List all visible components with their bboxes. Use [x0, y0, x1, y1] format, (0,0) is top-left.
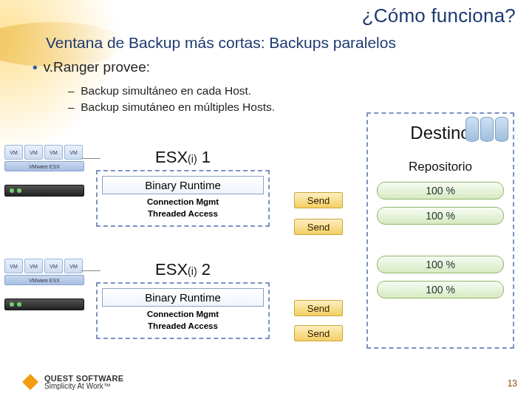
progress-bar-2: 100 % [377, 207, 504, 225]
subbullet-1: – Backup simultáneo en cada Host. [68, 83, 275, 99]
cylinder-icon [480, 117, 494, 142]
binary-runtime-box: Binary Runtime [102, 176, 264, 194]
vm-icon: VM [64, 259, 83, 273]
esx-label-sub: (i) [188, 153, 197, 165]
esx-bar-label: VMware ESX [4, 275, 84, 285]
connection-mgmt-label: Connection Mgmt [102, 310, 264, 318]
progress-bar-1: 100 % [377, 182, 504, 200]
binary-runtime-box: Binary Runtime [102, 288, 264, 307]
esx-label-text: ESX [155, 260, 188, 279]
esx-label-text: ESX [155, 148, 188, 166]
server-icon [4, 299, 84, 310]
subbullet-2-text: Backup simutáneo en múltiples Hosts. [81, 100, 275, 113]
esx-block-1: ESX(i) 1 Binary Runtime Connection Mgmt … [96, 148, 270, 227]
vm-icon: VM [64, 145, 83, 160]
esx-box: Binary Runtime Connection Mgmt Threaded … [96, 170, 270, 227]
subbullet-list: – Backup simultáneo en cada Host. – Back… [68, 83, 275, 116]
esx-box: Binary Runtime Connection Mgmt Threaded … [96, 282, 270, 339]
footer-branding: QUEST SOFTWARE Simplicity At Work™ [22, 374, 123, 390]
quest-logo-icon [22, 374, 38, 390]
page-title: ¿Cómo funciona? [362, 4, 516, 27]
destino-panel: Destino Repositorio 100 % 100 % 100 % 10… [366, 112, 514, 349]
page-number: 13 [508, 378, 517, 389]
send-badge-2: Send [294, 219, 343, 235]
bullet-dot-icon: • [33, 59, 44, 75]
connector-line [81, 158, 100, 159]
vm-row: VM VM VM VM [4, 145, 84, 160]
bullet-provee-text: v.Ranger provee: [44, 59, 150, 75]
esx-bar-label: VMware ESX [4, 161, 84, 171]
esx-block-2: ESX(i) 2 Binary Runtime Connection Mgmt … [96, 260, 270, 339]
storage-cylinders [466, 117, 508, 142]
vm-row: VM VM VM VM [4, 259, 84, 273]
subbullet-1-text: Backup simultáneo en cada Host. [81, 84, 251, 97]
progress-bar-3: 100 % [377, 256, 504, 273]
vm-icon: VM [24, 259, 43, 273]
host-rack-1: VM VM VM VM VMware ESX [4, 145, 84, 197]
page-subtitle: Ventana de Backup más cortas: Backups pa… [46, 34, 517, 52]
send-badge-3: Send [294, 300, 343, 316]
connection-mgmt-label: Connection Mgmt [102, 197, 264, 206]
esx-label-sub: (i) [188, 265, 197, 277]
progress-bar-4: 100 % [377, 281, 504, 299]
esx-label-1: ESX(i) 1 [96, 148, 270, 167]
vm-icon: VM [44, 145, 63, 160]
bullet-provee: •v.Ranger provee: [33, 59, 150, 75]
spacer [368, 225, 513, 248]
esx-label-2: ESX(i) 2 [96, 260, 270, 279]
threaded-access-label: Threaded Access [102, 209, 264, 218]
vm-icon: VM [24, 145, 43, 160]
send-badge-1: Send [294, 192, 343, 208]
repositorio-label: Repositorio [368, 160, 513, 174]
footer-brand: QUEST SOFTWARE [44, 375, 123, 383]
vm-icon: VM [44, 259, 63, 273]
host-rack-2: VM VM VM VM VMware ESX [4, 259, 84, 310]
esx-label-num: 2 [197, 260, 211, 279]
send-badge-4: Send [294, 325, 343, 341]
subbullet-2: – Backup simutáneo en múltiples Hosts. [68, 99, 275, 115]
vm-icon: VM [4, 145, 23, 160]
cylinder-icon [495, 117, 508, 142]
cylinder-icon [466, 117, 479, 142]
connector-line [81, 270, 100, 271]
footer-tagline: Simplicity At Work™ [44, 383, 123, 390]
vm-icon: VM [4, 259, 23, 273]
threaded-access-label: Threaded Access [102, 321, 264, 330]
server-icon [4, 185, 84, 197]
esx-label-num: 1 [197, 148, 211, 166]
footer-text: QUEST SOFTWARE Simplicity At Work™ [44, 375, 123, 390]
